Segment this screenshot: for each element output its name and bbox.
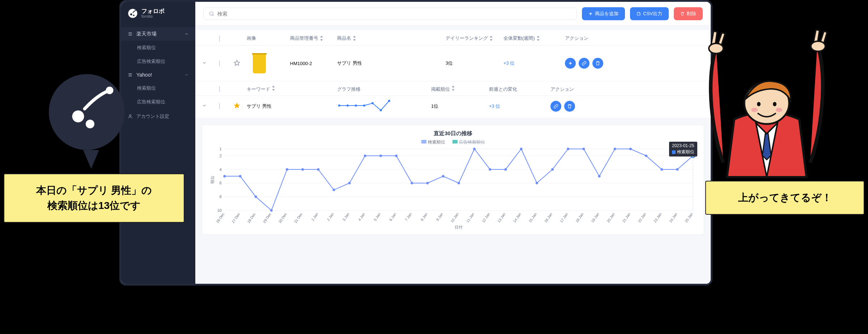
svg-point-123 xyxy=(757,102,761,106)
svg-point-120 xyxy=(709,43,723,53)
cell-rank: 1位 xyxy=(431,103,489,110)
nav-group-yahoo[interactable]: Yahoo! xyxy=(121,68,195,81)
speech-left-line2: 検索順位は13位です xyxy=(15,198,173,213)
col-name[interactable]: 商品名 xyxy=(337,35,446,42)
keyword-link-button[interactable] xyxy=(550,101,561,112)
nav-group-rakuten[interactable]: 楽天市場 xyxy=(121,27,195,41)
keyword-favorite[interactable] xyxy=(234,102,247,110)
svg-point-95 xyxy=(395,154,397,157)
delete-label: 削除 xyxy=(687,10,696,17)
speech-bubble-right: 上がってきてるぞ！ xyxy=(705,181,864,215)
svg-point-105 xyxy=(551,168,554,171)
svg-point-126 xyxy=(776,108,782,112)
svg-line-12 xyxy=(213,15,214,16)
svg-marker-27 xyxy=(272,86,275,87)
pouch-icon xyxy=(250,52,269,75)
add-product-button[interactable]: 商品を追加 xyxy=(582,7,625,20)
col-action: アクション xyxy=(565,35,704,42)
product-thumbnail xyxy=(247,51,272,76)
legend-item-1[interactable]: 検索順位 xyxy=(421,139,445,145)
chevron-down-icon xyxy=(202,60,207,65)
cell-sku: HM1000-2 xyxy=(290,61,337,66)
svg-point-107 xyxy=(582,148,585,150)
keyword-select-all[interactable] xyxy=(219,86,220,92)
svg-point-118 xyxy=(86,120,94,128)
svg-text:9 Jan: 9 Jan xyxy=(435,212,444,222)
select-all-checkbox[interactable] xyxy=(219,35,220,42)
keyword-table-header: キーワード グラフ推移 掲載順位 前週との変化 アクション xyxy=(195,81,711,96)
col-keyword[interactable]: キーワード xyxy=(247,86,337,93)
row-delete-button[interactable] xyxy=(592,58,603,69)
keyword-expand-toggle[interactable] xyxy=(202,103,219,109)
chevron-up-icon xyxy=(184,73,189,77)
svg-point-33 xyxy=(346,104,349,107)
speech-right-text: 上がってきてるぞ！ xyxy=(738,192,832,203)
svg-text:13 Jan: 13 Jan xyxy=(497,212,506,223)
svg-text:10 Jan: 10 Jan xyxy=(450,212,459,223)
trash-icon xyxy=(680,12,685,16)
svg-marker-18 xyxy=(353,39,356,41)
row-link-button[interactable] xyxy=(579,58,590,69)
svg-point-37 xyxy=(380,109,382,111)
topbar: 商品を追加 CSV出力 削除 xyxy=(195,2,711,26)
svg-point-87 xyxy=(270,209,273,212)
row-add-button[interactable] xyxy=(565,58,576,69)
svg-point-108 xyxy=(598,175,601,177)
keyword-delete-button[interactable] xyxy=(564,101,575,112)
svg-marker-28 xyxy=(272,89,275,91)
favorite-star[interactable] xyxy=(234,60,247,67)
nav-item-rakuten-adsearch[interactable]: 広告検索順位 xyxy=(121,55,195,68)
character-illustration xyxy=(691,25,843,181)
legend-item-2[interactable]: 広告検索順位 xyxy=(452,139,485,145)
col-rank[interactable]: 掲載順位 xyxy=(431,86,489,93)
csv-export-button[interactable]: CSV出力 xyxy=(630,7,669,20)
sort-icon xyxy=(489,36,493,41)
nav-item-rakuten-search[interactable]: 検索順位 xyxy=(121,41,195,55)
search-input[interactable] xyxy=(217,11,571,17)
svg-text:4 Jan: 4 Jan xyxy=(357,212,366,222)
mascot-icon xyxy=(60,85,114,139)
svg-point-121 xyxy=(811,41,825,51)
svg-marker-17 xyxy=(353,36,356,37)
row-checkbox[interactable] xyxy=(219,60,220,67)
svg-text:10: 10 xyxy=(217,208,222,213)
trash-icon xyxy=(595,61,600,66)
svg-text:11 Jan: 11 Jan xyxy=(465,212,475,223)
svg-text:7 Jan: 7 Jan xyxy=(404,212,413,222)
svg-point-34 xyxy=(355,104,357,107)
col-sku[interactable]: 商品管理番号 xyxy=(290,35,337,42)
svg-text:16 Jan: 16 Jan xyxy=(544,212,553,223)
nav-item-yahoo-adsearch[interactable]: 広告検索順位 xyxy=(121,95,195,109)
keyword-checkbox[interactable] xyxy=(219,103,220,109)
svg-point-112 xyxy=(660,168,663,171)
link-icon xyxy=(582,61,587,66)
svg-marker-23 xyxy=(234,60,240,65)
nav-account-settings[interactable]: アカウント設定 xyxy=(121,109,195,124)
col-daily[interactable]: デイリーランキング xyxy=(446,35,503,42)
svg-text:4: 4 xyxy=(220,167,222,172)
export-icon xyxy=(637,12,641,16)
svg-point-94 xyxy=(379,154,382,157)
svg-text:26 Dec: 26 Dec xyxy=(215,212,225,224)
star-filled-icon xyxy=(234,102,240,109)
svg-text:6: 6 xyxy=(220,181,222,185)
svg-point-110 xyxy=(629,148,632,150)
user-icon xyxy=(128,114,133,119)
svg-point-32 xyxy=(338,104,340,107)
svg-point-98 xyxy=(442,175,444,177)
row-expand-toggle[interactable] xyxy=(202,60,219,67)
col-weekly[interactable]: 全体変動(週間) xyxy=(503,35,565,42)
add-product-label: 商品を追加 xyxy=(595,10,618,17)
search-box[interactable] xyxy=(203,8,577,20)
sort-icon xyxy=(353,36,356,41)
svg-point-89 xyxy=(301,168,304,171)
nav-item-yahoo-search[interactable]: 検索順位 xyxy=(121,81,195,95)
delete-button[interactable]: 削除 xyxy=(674,7,703,20)
brand: フォロボ forobo xyxy=(121,8,195,27)
trash-icon xyxy=(567,104,572,109)
col-image: 画像 xyxy=(247,35,290,42)
sort-icon xyxy=(536,36,540,41)
svg-point-91 xyxy=(333,189,335,191)
link-icon xyxy=(553,104,558,109)
svg-marker-29 xyxy=(452,86,454,87)
